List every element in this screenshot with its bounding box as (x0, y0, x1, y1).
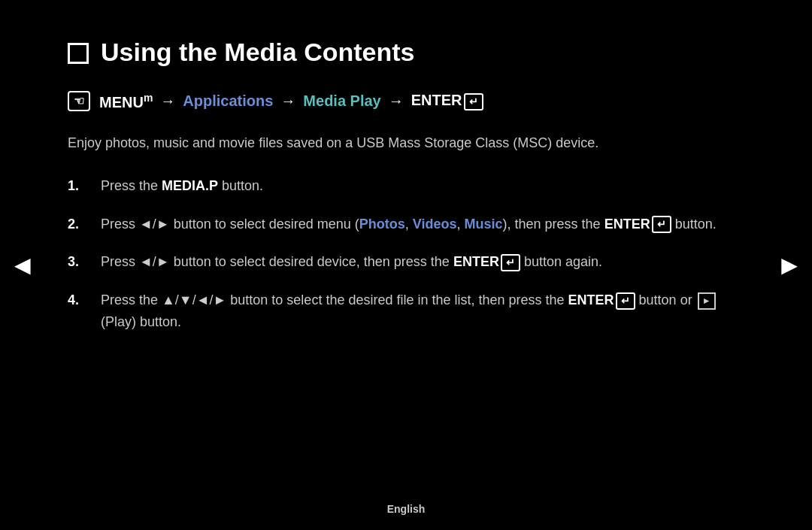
step-2-enter-symbol: ↵ (652, 216, 671, 233)
page-title-section: Using the Media Contents (68, 38, 744, 67)
steps-list: 1. Press the MEDIA.P button. 2. Press ◄/… (68, 175, 744, 333)
play-icon: ► (698, 292, 716, 310)
step-4-enter-label: ENTER↵ (568, 292, 635, 307)
menu-path: ☜ MENUm → Applications → Media Play → EN… (68, 91, 744, 111)
step-4: 4. Press the ▲/▼/◄/► button to select th… (68, 289, 744, 333)
applications-label: Applications (183, 92, 273, 110)
checkbox-icon (68, 43, 89, 64)
step-2-number: 2. (68, 214, 86, 235)
step-4-number: 4. (68, 289, 86, 333)
enter-symbol: ↵ (464, 93, 483, 111)
arrow3: → (389, 92, 404, 110)
videos-label: Videos (413, 217, 457, 232)
step-3: 3. Press ◄/► button to select desired de… (68, 251, 744, 273)
step-3-number: 3. (68, 251, 86, 273)
step-2: 2. Press ◄/► button to select desired me… (68, 214, 744, 235)
arrow2: → (280, 92, 295, 110)
photos-label: Photos (359, 217, 405, 232)
step-2-enter-label: ENTER↵ (604, 217, 671, 232)
media-p-label: MEDIA.P (162, 178, 218, 193)
hand-icon: ☜ (68, 91, 90, 111)
description-text: Enjoy photos, music and movie files save… (68, 132, 744, 154)
media-play-label: Media Play (303, 92, 380, 110)
arrow1: → (160, 92, 175, 110)
step-1-number: 1. (68, 175, 86, 197)
step-1: 1. Press the MEDIA.P button. (68, 175, 744, 197)
menu-label: MENUm (99, 92, 153, 111)
step-4-enter-symbol: ↵ (616, 292, 635, 310)
footer-language: English (387, 503, 426, 515)
nav-left-arrow[interactable]: ◄ (9, 250, 36, 281)
music-label: Music (465, 217, 503, 232)
nav-right-arrow[interactable]: ► (776, 250, 803, 281)
step-3-content: Press ◄/► button to select desired devic… (101, 251, 744, 273)
step-1-content: Press the MEDIA.P button. (101, 175, 744, 197)
step-2-content: Press ◄/► button to select desired menu … (101, 214, 744, 235)
page-container: ◄ ► Using the Media Contents ☜ MENUm → A… (0, 0, 812, 530)
step-3-enter-symbol: ↵ (501, 254, 520, 271)
step-4-content: Press the ▲/▼/◄/► button to select the d… (101, 289, 744, 333)
page-title: Using the Media Contents (101, 38, 414, 67)
enter-label: ENTER↵ (411, 92, 483, 110)
step-3-enter-label: ENTER↵ (453, 254, 520, 269)
